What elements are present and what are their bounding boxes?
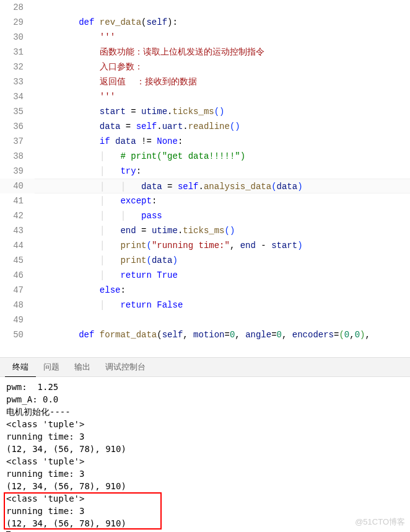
code-content: │ print("running time:", end - start) — [35, 238, 410, 253]
line-number: 48 — [0, 298, 35, 313]
code-content: │ print(data) — [35, 253, 410, 268]
terminal-line: <class 'tuple'> — [6, 418, 404, 430]
line-number: 39 — [0, 164, 35, 179]
terminal-line: <class 'tuple'> — [6, 455, 404, 468]
code-editor[interactable]: 28 29 def rev_data(self): 30 ''' 31 函数功能… — [0, 0, 410, 357]
terminal-line: running time: 3 — [6, 430, 404, 443]
code-content: 入口参数： — [35, 60, 410, 74]
code-content: │ except: — [35, 193, 410, 208]
code-content: def rev_data(self): — [35, 15, 410, 30]
terminal-line: 电机初始化---- — [6, 406, 404, 418]
terminal-panel[interactable]: pwm: 1.25 pwm_A: 0.0 电机初始化---- <class 't… — [0, 377, 410, 532]
terminal-cursor-line — [6, 530, 404, 532]
code-content: 函数功能：读取上位机发送的运动控制指令 — [35, 45, 410, 60]
terminal-line: pwm: 1.25 — [6, 381, 404, 393]
tab-terminal[interactable]: 终端 — [5, 357, 36, 377]
code-content: else: — [35, 283, 410, 298]
line-number: 49 — [0, 313, 35, 327]
line-number: 32 — [0, 60, 35, 74]
line-number: 41 — [0, 193, 35, 208]
code-content: 返回值 ：接收到的数据 — [35, 74, 410, 89]
code-content: ''' — [35, 89, 410, 104]
line-number: 42 — [0, 208, 35, 223]
line-number: 34 — [0, 89, 35, 104]
line-number: 36 — [0, 119, 35, 134]
line-number: 31 — [0, 45, 35, 60]
terminal-line: (12, 34, (56, 78), 910) — [6, 443, 404, 455]
line-number: 50 — [0, 327, 35, 342]
line-number: 47 — [0, 283, 35, 298]
line-number: 44 — [0, 238, 35, 253]
line-number: 29 — [0, 15, 35, 30]
line-number: 37 — [0, 134, 35, 149]
code-content: ''' — [35, 30, 410, 45]
code-content: │ │ data = self.analysis_data(data) — [35, 179, 410, 193]
line-number: 28 — [0, 0, 35, 15]
tab-output[interactable]: 输出 — [67, 357, 98, 377]
line-number: 33 — [0, 74, 35, 89]
line-number: 30 — [0, 30, 35, 45]
code-content: if data != None: — [35, 134, 410, 149]
code-content — [35, 313, 410, 327]
panel-tabs: 终端 问题 输出 调试控制台 — [0, 357, 410, 377]
code-content: │ end = utime.ticks_ms() — [35, 223, 410, 238]
terminal-line: running time: 3 — [6, 468, 404, 480]
terminal-line: (12, 34, (56, 78), 910) — [6, 480, 404, 492]
line-number: 35 — [0, 104, 35, 119]
code-content: def format_data(self, motion=0, angle=0,… — [35, 327, 410, 342]
line-number: 38 — [0, 149, 35, 164]
code-content: │ return True — [35, 268, 410, 283]
terminal-line: pwm_A: 0.0 — [6, 393, 404, 406]
code-content: data = self.uart.readline() — [35, 119, 410, 134]
line-number: 46 — [0, 268, 35, 283]
line-number: 40 — [0, 179, 35, 193]
terminal-line: <class 'tuple'> — [6, 492, 404, 505]
code-content: start = utime.ticks_ms() — [35, 104, 410, 119]
code-content: │ return False — [35, 298, 410, 313]
code-content — [35, 0, 410, 15]
code-content: │ try: — [35, 164, 410, 179]
terminal-line: (12, 34, (56, 78), 910) — [6, 517, 404, 530]
terminal-line: running time: 3 — [6, 505, 404, 517]
tab-problems[interactable]: 问题 — [36, 357, 67, 377]
line-number: 45 — [0, 253, 35, 268]
tab-debug-console[interactable]: 调试控制台 — [98, 357, 153, 377]
code-content: │ │ pass — [35, 208, 410, 223]
line-number: 43 — [0, 223, 35, 238]
code-content: │ # print("get data!!!!!") — [35, 149, 410, 164]
